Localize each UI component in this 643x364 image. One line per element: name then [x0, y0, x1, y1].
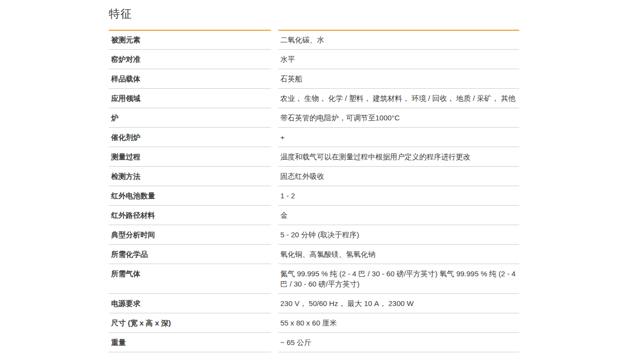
spec-row-value: 5 - 20 分钟 (取决于程序) — [278, 225, 519, 245]
spec-row-label: 所需化学品 — [109, 245, 271, 264]
spec-row-value: ~ 65 公斤 — [278, 333, 519, 352]
spec-table: 被测元素 二氧化碳、水 窑炉对准 水平 样品载体 石英船 应用领域 农业， 生物… — [109, 30, 519, 352]
spec-row-label: 炉 — [109, 108, 271, 128]
spec-row-label: 催化剂炉 — [109, 128, 271, 147]
page-title: 特征 — [109, 7, 519, 20]
spec-row-value: + — [278, 128, 519, 147]
spec-row-value: 温度和载气可以在测量过程中根据用户定义的程序进行更改 — [278, 147, 519, 167]
spec-row-value: 230 V， 50/60 Hz， 最大 10 A， 2300 W — [278, 294, 519, 313]
spec-row-value: 水平 — [278, 50, 519, 69]
spec-row-value: 氮气 99.995 % 纯 (2 - 4 巴 / 30 - 60 磅/平方英寸)… — [278, 264, 519, 294]
spec-row-label: 重量 — [109, 333, 271, 352]
spec-row-value: 二氧化碳、水 — [278, 30, 519, 50]
spec-row-label: 检测方法 — [109, 167, 271, 186]
spec-row-value: 带石英管的电阻炉，可调节至1000°C — [278, 108, 519, 128]
spec-row-label: 典型分析时间 — [109, 225, 271, 245]
spec-row-label: 窑炉对准 — [109, 50, 271, 69]
spec-row-value: 金 — [278, 206, 519, 225]
spec-row-label: 所需气体 — [109, 264, 271, 294]
spec-row-label: 测量过程 — [109, 147, 271, 167]
spec-row-label: 红外电池数量 — [109, 186, 271, 206]
spec-row-value: 55 x 80 x 60 厘米 — [278, 313, 519, 333]
spec-row-value: 固态红外吸收 — [278, 167, 519, 186]
spec-row-value: 氧化铜、高氯酸镁、氢氧化钠 — [278, 245, 519, 264]
spec-row-value: 1 - 2 — [278, 186, 519, 206]
spec-row-value: 农业， 生物， 化学 / 塑料， 建筑材料， 环境 / 回收， 地质 / 采矿，… — [278, 89, 519, 108]
spec-row-value: 石英船 — [278, 69, 519, 89]
spec-row-label: 样品载体 — [109, 69, 271, 89]
spec-section: 特征 被测元素 二氧化碳、水 窑炉对准 水平 样品载体 石英船 应用领域 农业，… — [109, 7, 519, 352]
spec-row-label: 尺寸 (宽 x 高 x 深) — [109, 313, 271, 333]
spec-row-label: 被测元素 — [109, 30, 271, 50]
spec-row-label: 红外路径材料 — [109, 206, 271, 225]
spec-row-label: 应用领域 — [109, 89, 271, 108]
spec-row-label: 电源要求 — [109, 294, 271, 313]
